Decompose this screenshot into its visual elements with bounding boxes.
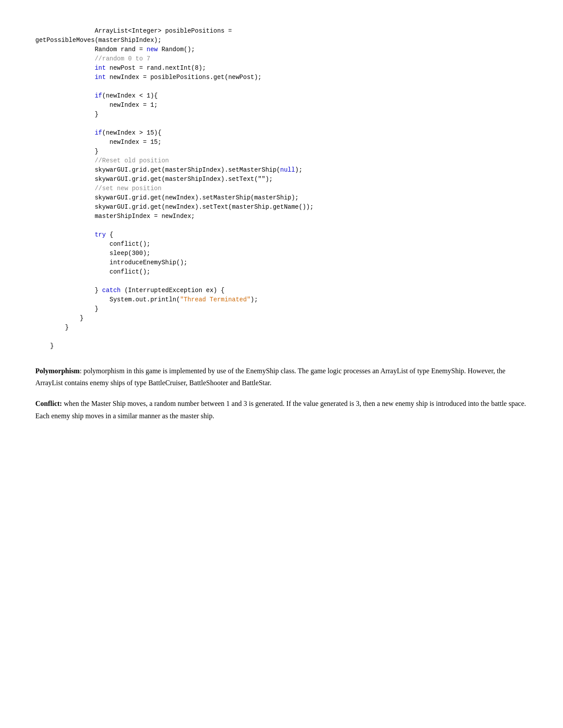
code-line: //random 0 to 7	[35, 54, 528, 64]
code-line: int newIndex = posiblePositions.get(newP…	[35, 73, 528, 82]
code-line: } catch (InterruptedException ex) {	[35, 286, 528, 295]
code-line: int newPost = rand.nextInt(8);	[35, 64, 528, 73]
code-line	[35, 277, 528, 286]
code-line: }	[35, 110, 528, 119]
code-line: skywarGUI.grid.get(newIndex).setMasterSh…	[35, 193, 528, 203]
code-line: if(newIndex > 15){	[35, 128, 528, 138]
code-line: Random rand = new Random();	[35, 45, 528, 54]
code-line: //set new position	[35, 184, 528, 193]
code-line: //Reset old position	[35, 156, 528, 165]
text-polymorphism: : polymorphism in this game is implement…	[35, 367, 506, 387]
text-conflict: when the Master Ship moves, a random num…	[35, 400, 526, 419]
code-line	[35, 332, 528, 341]
code-line: System.out.println("Thread Terminated");	[35, 295, 528, 304]
code-line: newIndex = 1;	[35, 101, 528, 110]
bold-conflict: Conflict:	[35, 400, 62, 407]
code-line: try {	[35, 230, 528, 240]
code-line: conflict();	[35, 240, 528, 249]
bold-polymorphism: Polymorphism	[35, 367, 79, 375]
code-line: ArrayList<Integer> posiblePositions =	[35, 26, 528, 36]
code-line: }	[35, 147, 528, 156]
paragraph-polymorphism: Polymorphism: polymorphism in this game …	[35, 365, 528, 389]
code-line	[35, 119, 528, 128]
code-line: conflict();	[35, 267, 528, 277]
code-line: }	[35, 341, 528, 351]
code-line: newIndex = 15;	[35, 138, 528, 147]
code-line: }	[35, 304, 528, 314]
code-line	[35, 82, 528, 91]
code-line: skywarGUI.grid.get(newIndex).setText(mas…	[35, 203, 528, 212]
code-line: skywarGUI.grid.get(masterShipIndex).setM…	[35, 165, 528, 175]
code-line: if(newIndex < 1){	[35, 91, 528, 101]
code-line: introduceEnemyShip();	[35, 258, 528, 267]
code-line: masterShipIndex = newIndex;	[35, 212, 528, 221]
prose-section: Polymorphism: polymorphism in this game …	[35, 365, 528, 422]
code-line: }	[35, 314, 528, 323]
code-line: getPossibleMoves(masterShipIndex);	[35, 36, 528, 45]
code-line: skywarGUI.grid.get(masterShipIndex).setT…	[35, 175, 528, 184]
code-block: ArrayList<Integer> posiblePositions =get…	[35, 26, 528, 351]
code-line	[35, 221, 528, 230]
paragraph-conflict: Conflict: when the Master Ship moves, a …	[35, 398, 528, 421]
code-line: sleep(300);	[35, 249, 528, 258]
code-line: }	[35, 323, 528, 332]
